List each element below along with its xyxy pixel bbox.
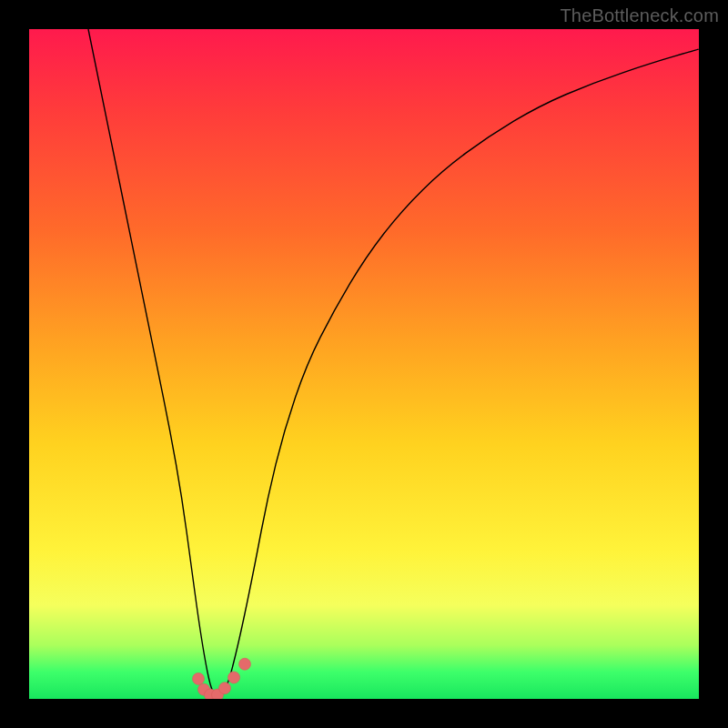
chart-svg — [29, 29, 699, 699]
curve-marker — [228, 672, 240, 683]
bottleneck-curve — [88, 29, 699, 695]
watermark-text: TheBottleneck.com — [560, 5, 719, 26]
chart-plot-area — [29, 29, 699, 699]
curve-marker — [219, 682, 231, 694]
curve-markers — [193, 658, 251, 699]
curve-marker — [239, 658, 251, 670]
curve-marker — [193, 672, 205, 684]
chart-frame: TheBottleneck.com — [0, 0, 728, 728]
